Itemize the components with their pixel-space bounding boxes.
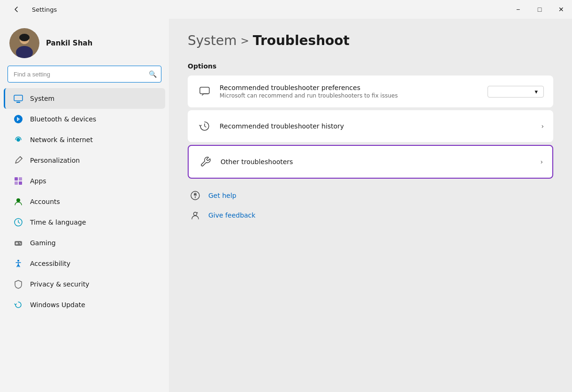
svg-rect-10 (19, 177, 22, 181)
sidebar-item-gaming[interactable]: Gaming (4, 233, 165, 253)
main-content: System > Troubleshoot Options Recommende… (169, 19, 572, 392)
svg-point-17 (20, 243, 21, 244)
time-icon (13, 217, 23, 227)
get-help-link[interactable]: Get help (188, 188, 553, 203)
sidebar-item-time[interactable]: Time & language (4, 212, 165, 233)
app-title: Settings (32, 6, 57, 13)
system-icon (13, 93, 23, 104)
card-other-troubleshooters[interactable]: Other troubleshooters › (188, 145, 553, 179)
privacy-icon (13, 279, 23, 289)
sidebar-label-update: Windows Update (30, 301, 85, 309)
get-help-label[interactable]: Get help (208, 192, 236, 199)
bluetooth-icon (13, 114, 23, 124)
search-input[interactable] (8, 66, 161, 83)
card-text-recommended-history: Recommended troubleshooter history (220, 122, 534, 130)
sidebar-label-bluetooth: Bluetooth & devices (30, 115, 96, 123)
svg-point-22 (194, 212, 197, 216)
svg-rect-9 (15, 177, 18, 181)
sidebar: Pankil Shah 🔍 System (0, 19, 169, 392)
user-profile[interactable]: Pankil Shah (0, 19, 169, 66)
chevron-down-icon: ▾ (534, 88, 538, 95)
accessibility-icon (13, 258, 23, 269)
window-controls: − □ ✕ (507, 0, 572, 19)
titlebar-left: Settings (6, 0, 57, 19)
card-subtitle-recommended-prefs: Microsoft can recommend and run troubles… (220, 92, 480, 99)
titlebar: Settings − □ ✕ (0, 0, 572, 19)
close-button[interactable]: ✕ (550, 0, 572, 19)
svg-point-4 (19, 34, 30, 41)
svg-rect-12 (19, 181, 22, 185)
dropdown-value (494, 88, 496, 95)
card-text-recommended-prefs: Recommended troubleshooter preferences M… (220, 84, 480, 99)
svg-point-7 (14, 115, 23, 123)
dropdown-box[interactable]: ▾ (488, 86, 544, 98)
svg-rect-11 (15, 181, 18, 185)
card-title-recommended-history: Recommended troubleshooter history (220, 122, 534, 130)
sidebar-label-accounts: Accounts (30, 198, 60, 205)
give-feedback-link[interactable]: Give feedback (188, 208, 553, 223)
history-icon (197, 119, 212, 134)
feedback-icon (188, 208, 203, 223)
card-dropdown-recommended-prefs[interactable]: ▾ (488, 86, 544, 98)
personalization-icon (13, 155, 23, 166)
card-row-recommended-history[interactable]: Recommended troubleshooter history › (188, 110, 553, 142)
maximize-button[interactable]: □ (529, 0, 550, 19)
sidebar-item-network[interactable]: Network & internet (4, 129, 165, 150)
sidebar-item-update[interactable]: Windows Update (4, 294, 165, 315)
app-container: Pankil Shah 🔍 System (0, 19, 572, 392)
breadcrumb-current: Troubleshoot (253, 33, 350, 48)
breadcrumb-separator: > (240, 35, 249, 46)
card-recommended-prefs[interactable]: Recommended troubleshooter preferences M… (188, 75, 553, 107)
avatar (9, 28, 39, 58)
minimize-button[interactable]: − (507, 0, 529, 19)
help-icon (188, 188, 203, 203)
sidebar-item-bluetooth[interactable]: Bluetooth & devices (4, 109, 165, 129)
sidebar-label-privacy: Privacy & security (30, 280, 89, 288)
sidebar-label-network: Network & internet (30, 136, 93, 143)
give-feedback-label[interactable]: Give feedback (208, 211, 255, 219)
sidebar-item-apps[interactable]: Apps (4, 171, 165, 191)
svg-rect-19 (200, 87, 209, 94)
update-icon (13, 300, 23, 310)
svg-rect-5 (14, 95, 23, 101)
svg-point-18 (17, 260, 19, 262)
card-title-recommended-prefs: Recommended troubleshooter preferences (220, 84, 480, 91)
sidebar-item-personalization[interactable]: Personalization (4, 150, 165, 171)
svg-point-8 (17, 139, 19, 141)
search-icon: 🔍 (149, 70, 157, 78)
search-box: 🔍 (8, 66, 161, 83)
sidebar-label-time: Time & language (30, 219, 86, 226)
user-name: Pankil Shah (46, 39, 92, 47)
svg-point-20 (191, 191, 199, 200)
card-title-other-troubleshooters: Other troubleshooters (221, 158, 533, 166)
sidebar-label-personalization: Personalization (30, 157, 80, 164)
links-section: Get help Give feedback (188, 188, 553, 223)
network-icon (13, 135, 23, 145)
card-row-other-troubleshooters[interactable]: Other troubleshooters › (189, 146, 552, 178)
apps-icon (13, 176, 23, 186)
back-button[interactable] (6, 0, 27, 19)
sidebar-label-gaming: Gaming (30, 239, 56, 247)
sidebar-item-accessibility[interactable]: Accessibility (4, 253, 165, 274)
sidebar-item-system[interactable]: System (4, 88, 165, 109)
sidebar-item-privacy[interactable]: Privacy & security (4, 274, 165, 294)
chevron-right-icon-other: › (540, 158, 543, 166)
sidebar-item-accounts[interactable]: Accounts (4, 191, 165, 212)
sidebar-label-apps: Apps (30, 177, 46, 185)
gaming-icon (13, 238, 23, 248)
card-text-other-troubleshooters: Other troubleshooters (221, 158, 533, 166)
breadcrumb-parent[interactable]: System (188, 33, 236, 48)
chevron-right-icon-history: › (541, 122, 544, 130)
svg-point-16 (19, 242, 20, 243)
svg-point-13 (16, 198, 20, 202)
wrench-icon (198, 154, 213, 169)
sidebar-label-system: System (30, 95, 54, 102)
chat-icon (197, 84, 212, 99)
card-recommended-history[interactable]: Recommended troubleshooter history › (188, 110, 553, 142)
sidebar-label-accessibility: Accessibility (30, 260, 70, 267)
card-row-recommended-prefs[interactable]: Recommended troubleshooter preferences M… (188, 75, 553, 107)
section-label: Options (188, 62, 553, 70)
breadcrumb: System > Troubleshoot (188, 33, 553, 48)
accounts-icon (13, 196, 23, 207)
